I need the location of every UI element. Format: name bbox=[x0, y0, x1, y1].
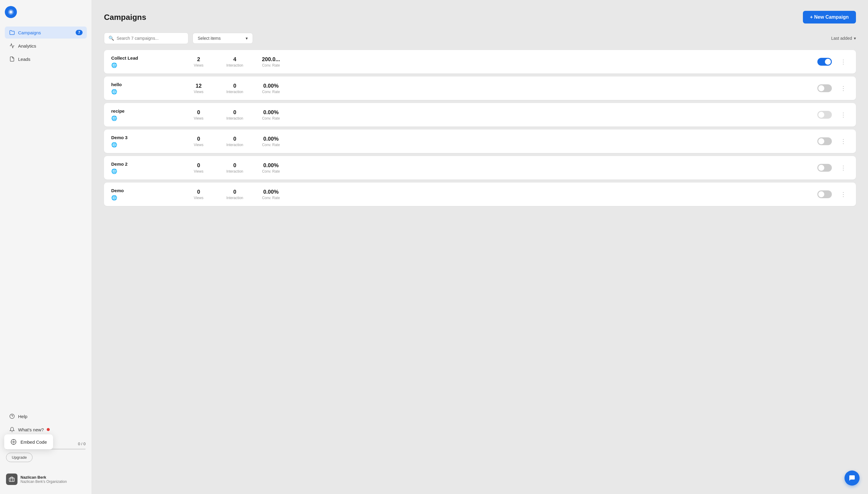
campaign-name-section: Collect Lead 🌐 bbox=[111, 55, 178, 68]
views-stat: 12 Views bbox=[184, 83, 214, 94]
sort-button[interactable]: Last added ▾ bbox=[831, 36, 856, 41]
campaign-card: Demo 🌐 0 Views 0 Interaction 0.00% Conv.… bbox=[104, 183, 856, 206]
views-stat: 2 Views bbox=[184, 56, 214, 68]
views-label: Views bbox=[194, 143, 203, 147]
campaign-toggle[interactable] bbox=[817, 111, 832, 119]
more-options-button[interactable]: ⋮ bbox=[838, 163, 849, 173]
conv-rate-value: 0.00% bbox=[263, 109, 278, 116]
folder-icon bbox=[9, 30, 15, 36]
sidebar-item-label-leads: Leads bbox=[18, 57, 31, 62]
interactions-value: 0 bbox=[233, 163, 236, 169]
conv-rate-stat: 0.00% Conv. Rate bbox=[256, 83, 286, 94]
campaign-card: Demo 3 🌐 0 Views 0 Interaction 0.00% Con… bbox=[104, 130, 856, 153]
sidebar-item-campaigns[interactable]: Campaigns 7 bbox=[5, 26, 87, 39]
interactions-label: Interaction bbox=[226, 90, 243, 94]
page-title: Campaigns bbox=[104, 13, 146, 22]
embed-code-tooltip[interactable]: Embed Code bbox=[4, 434, 53, 450]
campaign-toggle[interactable] bbox=[817, 58, 832, 66]
campaign-actions: ⋮ bbox=[817, 83, 849, 93]
views-stat: 0 Views bbox=[184, 163, 214, 173]
campaign-name: Collect Lead bbox=[111, 55, 178, 60]
interactions-stat: 0 Interaction bbox=[220, 136, 250, 147]
campaign-name-section: Demo 🌐 bbox=[111, 188, 178, 201]
svg-point-2 bbox=[10, 11, 12, 13]
interactions-label: Interaction bbox=[226, 169, 243, 173]
campaign-toggle[interactable] bbox=[817, 137, 832, 145]
campaign-toggle[interactable] bbox=[817, 164, 832, 172]
more-options-button[interactable]: ⋮ bbox=[838, 57, 849, 66]
globe-icon: 🌐 bbox=[111, 168, 178, 174]
campaign-name-section: Demo 2 🌐 bbox=[111, 162, 178, 174]
more-options-button[interactable]: ⋮ bbox=[838, 136, 849, 146]
campaign-card: recipe 🌐 0 Views 0 Interaction 0.00% Con… bbox=[104, 103, 856, 127]
campaign-name: Demo bbox=[111, 188, 178, 193]
help-circle-icon bbox=[9, 413, 15, 419]
globe-icon: 🌐 bbox=[111, 89, 178, 95]
campaign-name: Demo 2 bbox=[111, 162, 178, 167]
select-items-dropdown[interactable]: Select items ▾ bbox=[192, 33, 253, 44]
conv-rate-label: Conv. Rate bbox=[262, 63, 280, 68]
avatar bbox=[6, 474, 17, 485]
more-options-button[interactable]: ⋮ bbox=[838, 189, 849, 199]
interactions-stat: 0 Interaction bbox=[220, 83, 250, 94]
more-options-button[interactable]: ⋮ bbox=[838, 83, 849, 93]
svg-point-7 bbox=[13, 441, 15, 443]
campaign-name: Demo 3 bbox=[111, 135, 178, 140]
more-options-button[interactable]: ⋮ bbox=[838, 110, 849, 119]
interactions-value: 0 bbox=[233, 109, 236, 116]
globe-icon: 🌐 bbox=[111, 142, 178, 148]
conv-rate-stat: 0.00% Conv. Rate bbox=[256, 136, 286, 147]
conv-rate-label: Conv. Rate bbox=[262, 90, 280, 94]
conv-rate-value: 0.00% bbox=[263, 163, 278, 169]
views-value: 0 bbox=[197, 109, 200, 116]
select-items-label: Select items bbox=[198, 36, 221, 41]
sidebar-item-leads[interactable]: Leads bbox=[5, 53, 87, 65]
bell-icon bbox=[9, 426, 15, 433]
campaign-name-section: hello 🌐 bbox=[111, 82, 178, 95]
user-section: Nazlican Berk Nazlican Berk's Organizati… bbox=[5, 471, 87, 488]
views-value: 0 bbox=[197, 163, 200, 169]
sidebar-nav: Campaigns 7 Analytics Leads bbox=[5, 26, 87, 410]
campaign-actions: ⋮ bbox=[817, 136, 849, 146]
conv-rate-label: Conv. Rate bbox=[262, 116, 280, 120]
sidebar-item-help[interactable]: Help bbox=[5, 410, 87, 422]
conv-rate-label: Conv. Rate bbox=[262, 143, 280, 147]
sidebar-item-label-analytics: Analytics bbox=[18, 43, 36, 49]
sidebar-item-label-whats-new: What's new? bbox=[18, 427, 44, 432]
chevron-down-icon: ▾ bbox=[246, 36, 248, 41]
toggle-slider bbox=[817, 164, 832, 172]
user-name: Nazlican Berk bbox=[20, 475, 67, 479]
globe-icon: 🌐 bbox=[111, 62, 178, 68]
whats-new-dot bbox=[47, 428, 50, 431]
campaign-actions: ⋮ bbox=[817, 163, 849, 173]
views-value: 0 bbox=[197, 189, 200, 195]
upgrade-button[interactable]: Upgrade bbox=[6, 453, 33, 462]
interactions-value: 0 bbox=[233, 83, 236, 89]
interactions-value: 0 bbox=[233, 136, 236, 142]
conv-rate-label: Conv. Rate bbox=[262, 169, 280, 173]
search-input[interactable] bbox=[117, 36, 184, 41]
campaign-toggle[interactable] bbox=[817, 84, 832, 92]
interactions-stat: 0 Interaction bbox=[220, 163, 250, 173]
views-label: Views bbox=[194, 63, 203, 68]
campaign-toggle[interactable] bbox=[817, 190, 832, 198]
app-logo[interactable] bbox=[5, 6, 17, 18]
embed-code-label: Embed Code bbox=[20, 439, 47, 444]
conv-rate-label: Conv. Rate bbox=[262, 196, 280, 200]
views-value: 12 bbox=[196, 83, 202, 89]
campaigns-list: Collect Lead 🌐 2 Views 4 Interaction 200… bbox=[104, 50, 856, 206]
sidebar-item-analytics[interactable]: Analytics bbox=[5, 40, 87, 52]
toggle-slider bbox=[817, 58, 832, 66]
chart-icon bbox=[9, 43, 15, 49]
interactions-label: Interaction bbox=[226, 143, 243, 147]
new-campaign-button[interactable]: + New Campaign bbox=[803, 11, 856, 23]
sidebar-item-whats-new[interactable]: What's new? bbox=[5, 423, 87, 436]
sidebar-item-label-help: Help bbox=[18, 414, 27, 419]
toggle-slider bbox=[817, 111, 832, 119]
interactions-stat: 0 Interaction bbox=[220, 109, 250, 120]
search-box[interactable]: 🔍 bbox=[104, 33, 188, 44]
globe-icon: 🌐 bbox=[111, 195, 178, 201]
chat-bubble-button[interactable] bbox=[845, 471, 860, 486]
views-stat: 0 Views bbox=[184, 109, 214, 120]
interactions-label: Interaction bbox=[226, 63, 243, 68]
